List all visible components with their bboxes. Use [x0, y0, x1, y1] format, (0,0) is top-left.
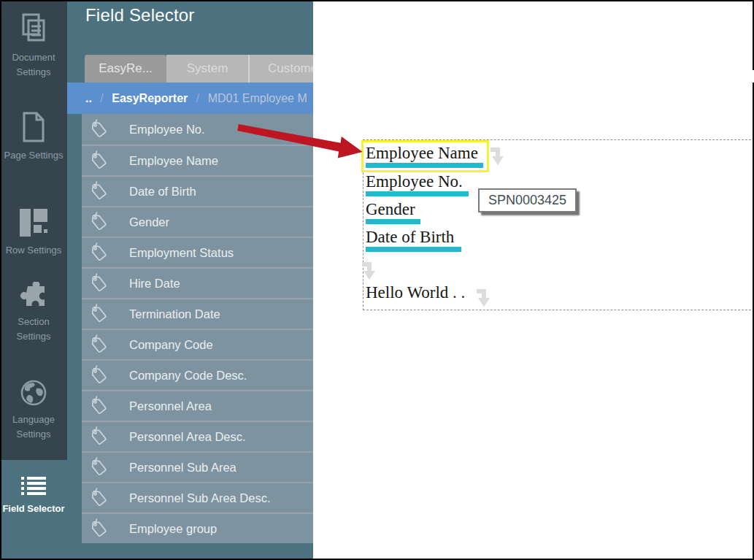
line-break-icon [491, 145, 505, 166]
tag-icon [88, 456, 110, 478]
tag-icon [88, 118, 110, 140]
field-item-label: Employment Status [129, 246, 234, 260]
sidebar-item-label: Language Settings [0, 413, 67, 442]
rows-icon [18, 207, 49, 238]
field-item-label: Personnel Area [129, 399, 212, 413]
field-item[interactable]: Employee No. [82, 114, 313, 145]
doc-field-employee-name[interactable]: Employee Name [366, 144, 483, 168]
field-underline [366, 247, 461, 252]
field-item[interactable]: Employee group [82, 513, 313, 543]
field-code-tooltip: SPN0003425 [478, 188, 577, 212]
field-item-label: Date of Birth [129, 185, 196, 199]
field-list: Employee No. Employee Name Date of Birth… [82, 114, 313, 543]
sidebar-item-field-selector[interactable]: Field Selector [0, 460, 67, 560]
scrollbar-thumb[interactable] [747, 70, 754, 83]
field-underline [366, 219, 420, 224]
breadcrumb: .. / EasyReporter / MD01 Employee M [67, 83, 313, 114]
field-item-label: Employee Name [129, 154, 218, 168]
list-icon [21, 476, 46, 496]
tag-icon [88, 242, 110, 264]
tag-icon [88, 118, 110, 140]
panel-title: Field Selector [85, 5, 195, 26]
doc-field-date-of-birth[interactable]: Date of Birth [366, 228, 461, 252]
document-canvas: Employee Name Employee No. Gender Date o… [313, 0, 754, 560]
sidebar-item-page-settings[interactable]: Page Settings [0, 111, 67, 163]
breadcrumb-current: MD01 Employee M [208, 92, 307, 104]
page-icon [19, 111, 48, 143]
settings-sidebar: Document Settings Page Settings Row [0, 0, 67, 560]
tag-icon [88, 272, 110, 294]
field-item[interactable]: Personnel Area Desc. [82, 421, 313, 451]
field-selector-panel: Field Selector EasyRe... System Custome … [67, 0, 313, 560]
doc-field-gender[interactable]: Gender [366, 200, 420, 224]
globe-icon [19, 378, 48, 407]
tag-icon [88, 426, 110, 448]
line-break-icon [477, 287, 491, 307]
app-window: Document Settings Page Settings Row [0, 0, 754, 560]
tab-easyreporter[interactable]: EasyRe... [85, 55, 166, 83]
source-tabs: EasyRe... System Custome [85, 55, 313, 83]
field-item[interactable]: Personnel Sub Area [82, 451, 313, 482]
tag-icon [88, 180, 110, 202]
tag-icon [88, 180, 110, 202]
tag-icon [88, 518, 110, 540]
field-item[interactable]: Company Code Desc. [82, 359, 313, 390]
field-item-label: Employee No. [129, 123, 205, 137]
tag-icon [88, 364, 110, 386]
field-item[interactable]: Hire Date [82, 267, 313, 298]
field-item[interactable]: Personnel Area [82, 390, 313, 421]
sidebar-item-document-settings[interactable]: Document Settings [0, 12, 67, 80]
field-item-label: Company Code Desc. [129, 369, 247, 383]
tag-icon [88, 303, 110, 325]
field-item[interactable]: Employee Name [82, 145, 313, 175]
field-item[interactable]: Employment Status [82, 237, 313, 267]
tag-icon [88, 395, 110, 417]
field-item[interactable]: Personnel Sub Area Desc. [82, 482, 313, 513]
sidebar-item-label: Field Selector [0, 502, 67, 516]
tag-icon [88, 150, 110, 172]
sidebar-item-row-settings[interactable]: Row Settings [0, 207, 67, 258]
field-item[interactable]: Termination Date [82, 298, 313, 329]
tag-icon [88, 487, 110, 509]
tag-icon [88, 456, 110, 478]
doc-field-employee-no[interactable]: Employee No. [366, 172, 469, 196]
sidebar-item-label: Row Settings [0, 243, 67, 258]
field-item-label: Personnel Sub Area Desc. [129, 491, 271, 505]
sidebar-item-language-settings[interactable]: Language Settings [0, 378, 67, 442]
breadcrumb-parent[interactable]: EasyReporter [112, 92, 188, 104]
tag-icon [88, 364, 110, 386]
tag-icon [88, 211, 110, 233]
field-item-label: Gender [129, 215, 169, 229]
tag-icon [88, 334, 110, 356]
field-item-label: Company Code [129, 338, 213, 352]
tab-customer[interactable]: Custome [248, 55, 313, 83]
field-underline [366, 191, 469, 196]
tag-icon [88, 334, 110, 356]
field-item[interactable]: Company Code [82, 329, 313, 359]
field-underline [366, 163, 483, 168]
puzzle-icon [18, 282, 50, 310]
line-break-icon [362, 260, 377, 280]
tag-icon [88, 272, 110, 294]
tag-icon [88, 395, 110, 417]
field-item-label: Personnel Sub Area [129, 461, 236, 475]
sidebar-item-label: Page Settings [0, 148, 67, 163]
sidebar-item-section-settings[interactable]: Section Settings [0, 282, 67, 344]
breadcrumb-up[interactable]: .. [85, 92, 92, 104]
field-item-label: Personnel Area Desc. [129, 430, 246, 444]
sidebar-item-label: Document Settings [0, 50, 67, 80]
tag-icon [88, 211, 110, 233]
doc-text-hello-world[interactable]: Hello World . . [366, 283, 465, 302]
tag-icon [88, 426, 110, 448]
tag-icon [88, 487, 110, 509]
field-item-label: Hire Date [129, 277, 180, 291]
tab-system[interactable]: System [166, 55, 248, 83]
tag-icon [88, 303, 110, 325]
field-item[interactable]: Gender [82, 206, 313, 237]
tag-icon [88, 518, 110, 540]
field-item[interactable]: Date of Birth [82, 175, 313, 206]
tag-icon [88, 150, 110, 172]
field-item-label: Employee group [129, 522, 217, 536]
breadcrumb-separator: / [95, 92, 108, 104]
tag-icon [88, 242, 110, 264]
